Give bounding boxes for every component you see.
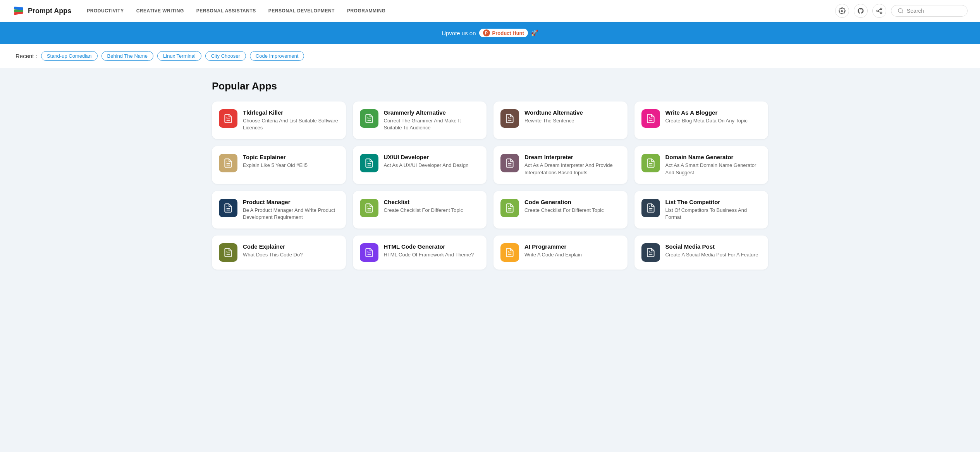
github-icon — [857, 7, 864, 14]
share-icon — [876, 7, 883, 14]
app-card-tldrlegal-killer[interactable]: Tldrlegal Killer Choose Criteria And Lis… — [212, 101, 346, 139]
app-icon — [219, 154, 237, 172]
app-desc: Be A Product Manager And Write Product D… — [243, 207, 339, 221]
app-icon — [219, 199, 237, 217]
svg-point-3 — [841, 10, 843, 12]
app-icon — [219, 109, 237, 128]
github-button[interactable] — [854, 4, 868, 18]
app-card-html-code-generator[interactable]: HTML Code Generator HTML Code Of Framewo… — [353, 235, 487, 270]
recent-label: Recent : — [15, 53, 37, 59]
promo-banner[interactable]: Upvote us on P Product Hunt 🚀 — [0, 22, 980, 44]
app-card-grammerly-alternative[interactable]: Grammerly Alternative Correct The Gramme… — [353, 101, 487, 139]
app-info: Grammerly Alternative Correct The Gramme… — [384, 109, 480, 131]
app-icon — [641, 243, 660, 262]
product-hunt-badge[interactable]: P Product Hunt — [479, 29, 528, 37]
nav-link-personal-assistants[interactable]: PERSONAL ASSISTANTS — [196, 8, 256, 14]
svg-line-7 — [878, 11, 880, 12]
app-info: HTML Code Generator HTML Code Of Framewo… — [384, 243, 480, 258]
section-title: Popular Apps — [212, 80, 768, 92]
settings-button[interactable] — [835, 4, 849, 18]
app-card-social-media-post[interactable]: Social Media Post Create A Social Media … — [634, 235, 769, 270]
app-icon — [360, 154, 378, 172]
app-info: Product Manager Be A Product Manager And… — [243, 199, 339, 221]
app-card-write-as-blogger[interactable]: Write As A Blogger Create Blog Meta Data… — [634, 101, 769, 139]
app-card-product-manager[interactable]: Product Manager Be A Product Manager And… — [212, 191, 346, 229]
app-info: Topic Explainer Explain Like 5 Year Old … — [243, 154, 339, 169]
app-name: Code Explainer — [243, 243, 339, 250]
recent-tag[interactable]: Stand-up Comedian — [41, 51, 98, 61]
logo-text: Prompt Apps — [28, 7, 71, 15]
nav-link-productivity[interactable]: PRODUCTIVITY — [87, 8, 124, 14]
recent-tag[interactable]: Linux Terminal — [157, 51, 201, 61]
app-name: Grammerly Alternative — [384, 109, 480, 116]
app-icon — [500, 109, 519, 128]
search-input[interactable] — [907, 8, 961, 14]
svg-point-5 — [877, 10, 879, 12]
app-name: Dream Interpreter — [524, 154, 621, 160]
app-icon — [360, 199, 378, 217]
app-info: Social Media Post Create A Social Media … — [665, 243, 762, 258]
ph-logo: P — [483, 29, 490, 36]
logo-icon — [12, 5, 25, 17]
app-info: Write As A Blogger Create Blog Meta Data… — [665, 109, 762, 124]
app-icon — [641, 199, 660, 217]
app-icon — [500, 243, 519, 262]
app-info: List The Competitor List Of Competitors … — [665, 199, 762, 221]
app-name: List The Competitor — [665, 199, 762, 205]
app-desc: Act As A UX/UI Developer And Design — [384, 162, 480, 169]
app-info: AI Programmer Write A Code And Explain — [524, 243, 621, 258]
app-desc: List Of Competitors To Business And Form… — [665, 207, 762, 221]
app-card-checklist[interactable]: Checklist Create Checklist For Different… — [353, 191, 487, 229]
app-card-domain-name-generator[interactable]: Domain Name Generator Act As A Smart Dom… — [634, 146, 769, 184]
app-name: AI Programmer — [524, 243, 621, 250]
recent-tag[interactable]: Code Improvement — [250, 51, 304, 61]
app-name: Checklist — [384, 199, 480, 205]
app-desc: Create Checklist For Different Topic — [524, 207, 621, 214]
app-info: Code Explainer What Does This Code Do? — [243, 243, 339, 258]
app-desc: Explain Like 5 Year Old #Eli5 — [243, 162, 339, 169]
nav-actions — [835, 4, 968, 18]
app-card-wordtune-alternative[interactable]: Wordtune Alternative Rewrite The Sentenc… — [493, 101, 628, 139]
app-card-dream-interpreter[interactable]: Dream Interpreter Act As A Dream Interpr… — [493, 146, 628, 184]
app-card-ai-programmer[interactable]: AI Programmer Write A Code And Explain — [493, 235, 628, 270]
apps-grid: Tldrlegal Killer Choose Criteria And Lis… — [212, 101, 768, 270]
gear-icon — [839, 7, 846, 14]
app-card-code-generation[interactable]: Code Generation Create Checklist For Dif… — [493, 191, 628, 229]
app-desc: Create Blog Meta Data On Any Topic — [665, 117, 762, 124]
logo[interactable]: Prompt Apps — [12, 5, 71, 17]
svg-point-6 — [880, 12, 882, 14]
recent-bar: Recent : Stand-up ComedianBehind The Nam… — [0, 44, 980, 68]
search-box[interactable] — [891, 5, 968, 17]
app-icon — [500, 199, 519, 217]
app-icon — [360, 109, 378, 128]
recent-tag[interactable]: Behind The Name — [101, 51, 154, 61]
app-card-ux-ui-developer[interactable]: UX/UI Developer Act As A UX/UI Developer… — [353, 146, 487, 184]
app-desc: Create A Social Media Post For A Feature — [665, 251, 762, 258]
app-icon — [641, 154, 660, 172]
app-name: Write As A Blogger — [665, 109, 762, 116]
app-name: Domain Name Generator — [665, 154, 762, 160]
app-name: Code Generation — [524, 199, 621, 205]
nav-link-personal-development[interactable]: PERSONAL DEVELOPMENT — [268, 8, 335, 14]
app-icon — [641, 109, 660, 128]
app-desc: Act As A Dream Interpreter And Provide I… — [524, 162, 621, 176]
app-name: Tldrlegal Killer — [243, 109, 339, 116]
app-name: Wordtune Alternative — [524, 109, 621, 116]
app-icon — [219, 243, 237, 262]
app-card-list-competitor[interactable]: List The Competitor List Of Competitors … — [634, 191, 769, 229]
svg-point-9 — [898, 9, 903, 13]
app-card-topic-explainer[interactable]: Topic Explainer Explain Like 5 Year Old … — [212, 146, 346, 184]
app-name: Topic Explainer — [243, 154, 339, 160]
app-desc: Choose Criteria And List Suitable Softwa… — [243, 117, 339, 131]
app-icon — [500, 154, 519, 172]
app-name: Social Media Post — [665, 243, 762, 250]
share-button[interactable] — [872, 4, 886, 18]
nav-links: PRODUCTIVITYCREATIVE WRITINGPERSONAL ASS… — [87, 8, 835, 14]
app-name: UX/UI Developer — [384, 154, 480, 160]
recent-tag[interactable]: City Chooser — [205, 51, 246, 61]
ph-label: Product Hunt — [492, 30, 524, 36]
nav-link-creative-writing[interactable]: CREATIVE WRITING — [136, 8, 184, 14]
app-desc: Create Checklist For Different Topic — [384, 207, 480, 214]
app-card-code-explainer[interactable]: Code Explainer What Does This Code Do? — [212, 235, 346, 270]
nav-link-programming[interactable]: PROGRAMMING — [347, 8, 386, 14]
